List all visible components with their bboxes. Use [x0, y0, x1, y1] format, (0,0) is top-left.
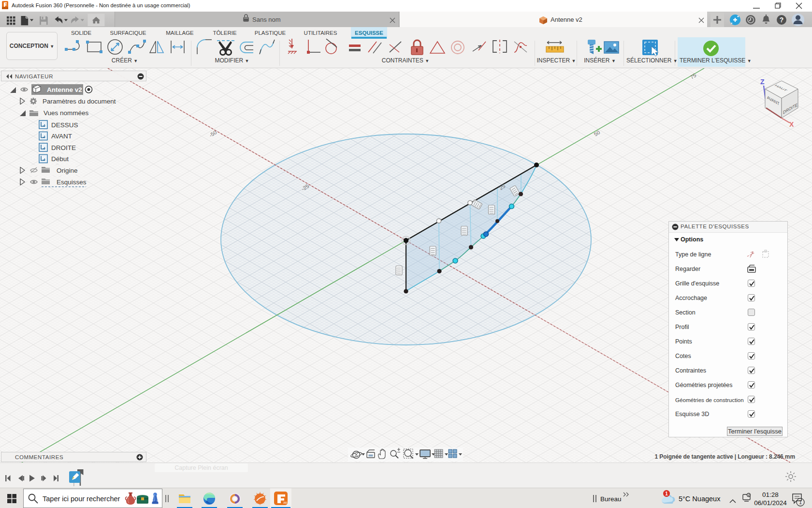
svg-text:Z: Z	[760, 78, 765, 86]
svg-text:AVANT: AVANT	[51, 133, 72, 140]
svg-text:Antenne v2: Antenne v2	[47, 86, 82, 93]
svg-text:DESSUS: DESSUS	[51, 121, 78, 129]
svg-text:1: 1	[665, 491, 668, 496]
svg-text:X: X	[789, 120, 794, 128]
svg-text:1: 1	[799, 499, 802, 505]
svg-text:360: 360	[283, 501, 288, 504]
svg-text:06/01/2024: 06/01/2024	[754, 499, 787, 507]
svg-text:Origine: Origine	[57, 167, 78, 174]
svg-text:Début: Début	[51, 155, 69, 163]
svg-text:Sans nom: Sans nom	[252, 16, 281, 23]
svg-text:Antenne v2: Antenne v2	[551, 16, 582, 23]
svg-text:?: ?	[780, 16, 784, 24]
svg-text:5°C Nuageux: 5°C Nuageux	[679, 495, 721, 503]
svg-text:Bureau: Bureau	[600, 495, 622, 503]
svg-text:Taper ici pour rechercher: Taper ici pour rechercher	[43, 495, 120, 503]
svg-text:Paramètres du document: Paramètres du document	[43, 98, 116, 105]
svg-text:01:28: 01:28	[762, 491, 779, 498]
svg-text:Vues nommées: Vues nommées	[44, 109, 89, 117]
svg-text:DROITE: DROITE	[51, 144, 76, 151]
svg-text:Esquisses: Esquisses	[57, 179, 87, 186]
